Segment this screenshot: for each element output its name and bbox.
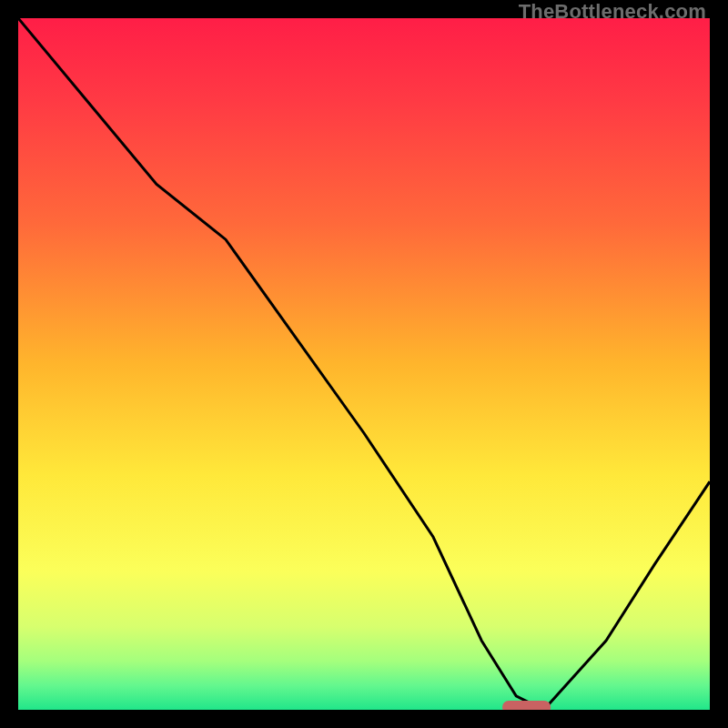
chart-svg [18, 18, 710, 710]
chart-plot [18, 18, 710, 710]
chart-background [18, 18, 710, 710]
optimal-marker [502, 701, 551, 710]
